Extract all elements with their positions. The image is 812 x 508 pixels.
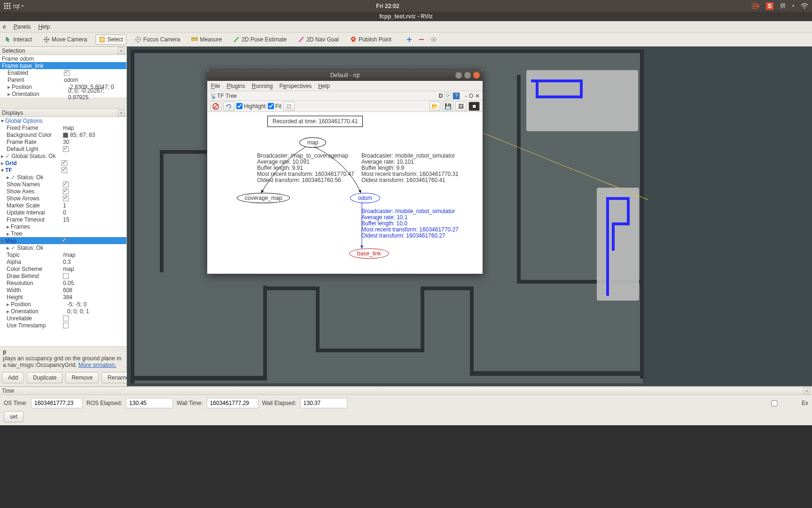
close-icon[interactable]: × xyxy=(118,110,125,116)
display-row[interactable]: Frame Timeout15 xyxy=(0,216,126,223)
close-icon[interactable] xyxy=(473,72,480,79)
display-row[interactable]: ▾Global Options xyxy=(0,117,126,124)
zoom-icon[interactable]: ⊡ xyxy=(283,102,295,111)
experimental-checkbox[interactable] xyxy=(751,400,798,406)
duplicate-button[interactable]: Duplicate xyxy=(27,372,62,383)
minus-icon[interactable] xyxy=(418,36,425,43)
wifi-icon[interactable] xyxy=(801,2,808,10)
display-row[interactable]: ▸Frames xyxy=(0,223,126,230)
active-app-name[interactable]: rqt xyxy=(13,3,20,9)
displays-tree[interactable]: ▾Global OptionsFixed FramemapBackground … xyxy=(0,117,126,333)
ime-indicator[interactable]: 拼 xyxy=(780,2,786,10)
tool-2d-nav[interactable]: 2D Nav Goal xyxy=(295,35,342,44)
display-row[interactable]: Show Names xyxy=(0,181,126,188)
rqt-menu-help[interactable]: Help xyxy=(318,83,330,89)
maximize-icon[interactable] xyxy=(464,72,471,79)
reload-icon[interactable]: ⟳ xyxy=(445,93,451,99)
dock-max-icon[interactable]: O xyxy=(469,93,473,99)
plus-icon[interactable] xyxy=(406,36,413,43)
rqt-titlebar[interactable]: Default - rqt xyxy=(207,70,483,81)
display-row[interactable]: Show Arrows xyxy=(0,195,126,202)
wall-time-field[interactable] xyxy=(207,398,258,408)
display-row[interactable]: Alpha0.3 xyxy=(0,258,126,265)
clock[interactable]: Fri 22:02 xyxy=(23,3,752,9)
display-row[interactable]: ▸Tree xyxy=(0,230,126,237)
tool-focus-camera[interactable]: Focus Camera xyxy=(132,35,183,44)
rqt-menu-plugins[interactable]: Plugins xyxy=(226,83,245,89)
more-info-link[interactable]: More ormation. xyxy=(78,362,117,368)
rqt-menu-perspectives[interactable]: Perspectives xyxy=(279,83,312,89)
tool-interact[interactable]: Interact xyxy=(2,35,35,44)
display-row[interactable]: ▸Orientation0; 0; 0; 1 xyxy=(0,308,126,315)
add-button[interactable]: Add xyxy=(2,372,24,383)
selection-panel-header[interactable]: Selection × xyxy=(0,47,126,55)
display-row[interactable]: ▸Status: Ok xyxy=(0,244,126,251)
ros-time-field[interactable] xyxy=(31,398,83,408)
rqt-window[interactable]: Default - rqt File Plugins Running Persp… xyxy=(207,69,483,274)
tool-2d-pose[interactable]: 2D Pose Estimate xyxy=(230,35,289,44)
dock-close-icon[interactable]: ✕ xyxy=(475,93,480,99)
display-row[interactable]: ▾TF xyxy=(0,167,126,174)
tf-node-base-link[interactable]: base_link xyxy=(349,248,389,259)
rqt-menu-file[interactable]: File xyxy=(211,83,220,89)
remove-button[interactable]: Remove xyxy=(65,372,99,383)
display-row[interactable]: Unreliable xyxy=(0,315,126,322)
display-row[interactable]: Marker Scale1 xyxy=(0,202,126,209)
chevron-down-icon[interactable]: ▾ xyxy=(792,4,794,8)
sogou-icon[interactable]: S xyxy=(766,2,773,10)
image-icon[interactable]: 🖼 xyxy=(455,102,467,111)
selection-row[interactable]: Frame odom xyxy=(0,55,126,62)
display-row[interactable]: Resolution0.05 xyxy=(0,279,126,286)
display-row[interactable]: Draw Behind xyxy=(0,272,126,279)
tf-tree-canvas[interactable]: Recorded at time: 1603461770.41 map cove… xyxy=(207,112,483,274)
save-icon[interactable]: 💾 xyxy=(442,102,453,111)
open-icon[interactable]: 📂 xyxy=(429,102,440,111)
app-grid-icon[interactable] xyxy=(4,2,11,10)
help-icon[interactable]: ? xyxy=(453,93,460,99)
stop-icon[interactable] xyxy=(210,102,221,111)
display-row[interactable]: ▸Position-5; -5; 0 xyxy=(0,301,126,308)
screen-record-icon[interactable] xyxy=(752,2,759,10)
fit-checkbox[interactable]: Fit xyxy=(268,103,281,110)
display-row[interactable]: Default Light xyxy=(0,145,126,152)
display-row[interactable]: Show Axes xyxy=(0,188,126,195)
tf-node-map[interactable]: map xyxy=(299,137,326,148)
reset-button[interactable]: set xyxy=(4,411,23,422)
time-panel-header[interactable]: Time × xyxy=(0,387,812,395)
selection-row[interactable]: Enabled xyxy=(0,69,126,76)
display-row[interactable]: Width608 xyxy=(0,286,126,294)
tool-publish-point[interactable]: Publish Point xyxy=(347,35,394,44)
display-row[interactable]: ▸Status: Ok xyxy=(0,174,126,181)
selection-row[interactable]: Frame base_link xyxy=(0,62,126,69)
ros-elapsed-field[interactable] xyxy=(126,398,173,408)
wall-elapsed-field[interactable] xyxy=(300,398,347,408)
selection-row[interactable]: ▸Orientation0; 0; -0.20267; 0.97925 xyxy=(0,90,126,97)
tool-measure[interactable]: Measure xyxy=(188,35,225,44)
eye-icon[interactable] xyxy=(430,36,437,43)
dock-min-icon[interactable]: - xyxy=(465,93,467,99)
menu-file[interactable]: e xyxy=(3,24,6,30)
close-icon[interactable]: × xyxy=(804,388,810,394)
display-row[interactable]: Use Timestamp xyxy=(0,322,126,329)
minimize-icon[interactable] xyxy=(455,72,462,79)
highlight-checkbox[interactable]: Highlight xyxy=(236,103,266,110)
display-row[interactable]: Height384 xyxy=(0,294,126,301)
selection-row[interactable]: Parentodom xyxy=(0,76,126,83)
tf-node-coverage-map[interactable]: coverage_map xyxy=(237,193,290,203)
rqt-menu-running[interactable]: Running xyxy=(252,83,273,89)
display-row[interactable]: Fixed Framemap xyxy=(0,124,126,131)
display-row[interactable]: ▸Global Status: Ok xyxy=(0,152,126,159)
display-row[interactable]: Topic/map xyxy=(0,251,126,258)
close-icon[interactable]: × xyxy=(118,48,125,54)
dot-icon[interactable]: ■ xyxy=(468,102,480,111)
display-row[interactable]: Color Schememap xyxy=(0,265,126,272)
display-row[interactable]: Background Color85; 87; 83 xyxy=(0,131,126,138)
display-row[interactable]: Update Interval0 xyxy=(0,209,126,216)
tool-move-camera[interactable]: Move Camera xyxy=(40,35,90,44)
tool-select[interactable]: Select xyxy=(95,34,126,45)
display-row[interactable]: ▾Map xyxy=(0,237,126,244)
refresh-icon[interactable] xyxy=(223,102,234,111)
display-row[interactable]: ▸Grid xyxy=(0,159,126,167)
tf-node-odom[interactable]: odom xyxy=(350,193,380,203)
menu-panels[interactable]: Panels xyxy=(14,24,31,30)
